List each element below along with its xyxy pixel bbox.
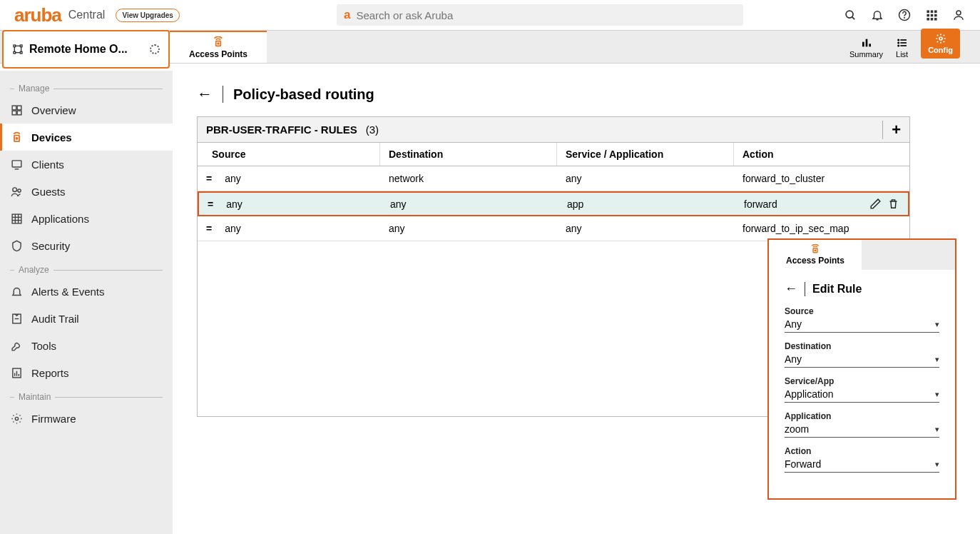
- edit-icon[interactable]: [869, 198, 882, 210]
- mode-summary[interactable]: Summary: [849, 37, 883, 59]
- search-icon-btn[interactable]: [843, 8, 857, 22]
- sidebar-item-guests[interactable]: Guests: [0, 178, 173, 205]
- panel-tab-label: Access Points: [786, 256, 844, 266]
- context-selector[interactable]: Remote Home O...: [2, 30, 170, 69]
- section-maintain: Maintain: [0, 392, 173, 402]
- apps-icon[interactable]: [924, 8, 939, 22]
- help-icon[interactable]: [897, 8, 912, 22]
- svg-point-33: [939, 37, 942, 40]
- svg-rect-10: [927, 18, 929, 21]
- col-destination: Destination: [380, 143, 557, 166]
- search-input[interactable]: [356, 9, 736, 21]
- audit-icon: [10, 312, 23, 325]
- select-action[interactable]: Forward▾: [785, 456, 939, 473]
- panel-back-button[interactable]: ←: [785, 281, 797, 296]
- select-application[interactable]: zoom▾: [785, 421, 939, 438]
- sidebar-item-clients[interactable]: Clients: [0, 151, 173, 178]
- field-action: Action Forward▾: [785, 446, 939, 473]
- tab-access-points[interactable]: Access Points: [170, 31, 267, 63]
- table-title: PBR-USER-TRAFFIC - RULES: [206, 124, 357, 136]
- table-count: (3): [366, 124, 379, 136]
- svg-point-57: [815, 250, 816, 251]
- svg-rect-11: [930, 18, 933, 21]
- sidebar: Manage Overview Devices Clients Guests A…: [0, 71, 173, 534]
- sidebar-item-reports[interactable]: Reports: [0, 359, 173, 386]
- sidebar-item-audit[interactable]: Audit Trail: [0, 305, 173, 332]
- drag-icon[interactable]: =: [206, 223, 212, 234]
- svg-point-31: [898, 42, 899, 43]
- sidebar-item-applications[interactable]: Applications: [0, 205, 173, 232]
- brand-logo: aruba: [14, 4, 61, 26]
- search-icon: a: [344, 8, 350, 22]
- select-destination[interactable]: Any▾: [785, 351, 939, 368]
- select-serviceapp[interactable]: Application▾: [785, 386, 939, 403]
- svg-point-0: [846, 11, 853, 18]
- bell-icon[interactable]: [870, 8, 884, 22]
- mode-summary-label: Summary: [849, 50, 883, 59]
- add-rule-button[interactable]: +: [882, 121, 901, 139]
- svg-rect-16: [14, 51, 16, 54]
- divider: [805, 282, 805, 296]
- security-icon: [10, 239, 23, 252]
- svg-point-23: [218, 43, 219, 44]
- guests-icon: [10, 185, 23, 198]
- field-application: Application zoom▾: [785, 411, 939, 438]
- search-box[interactable]: a: [337, 4, 743, 26]
- sidebar-item-security[interactable]: Security: [0, 232, 173, 259]
- svg-rect-26: [869, 44, 871, 46]
- ap-icon: [810, 244, 820, 254]
- svg-point-42: [12, 187, 16, 191]
- edit-rule-panel: Access Points ← Edit Rule Source Any▾ De…: [767, 238, 956, 500]
- sidebar-item-overview[interactable]: Overview: [0, 96, 173, 124]
- chevron-down-icon: ▾: [935, 460, 939, 469]
- chevron-down-icon: ▾: [935, 355, 939, 364]
- table-row[interactable]: =any network any forward_to_cluster: [198, 166, 909, 191]
- field-serviceapp: Service/App Application▾: [785, 376, 939, 403]
- table-row-selected[interactable]: =any any app forward: [198, 191, 909, 216]
- svg-rect-24: [862, 42, 864, 47]
- drag-icon[interactable]: =: [208, 198, 213, 210]
- chevron-down-icon: ▾: [935, 320, 939, 329]
- devices-icon: [10, 131, 23, 143]
- svg-rect-17: [20, 51, 22, 54]
- svg-line-1: [852, 16, 854, 19]
- sidebar-item-devices[interactable]: Devices: [0, 124, 173, 151]
- delete-icon[interactable]: [887, 198, 899, 210]
- svg-point-13: [956, 11, 961, 15]
- panel-tab-ap[interactable]: Access Points: [769, 240, 862, 270]
- chevron-down-icon: ▾: [935, 425, 939, 434]
- table-row[interactable]: =any any any forward_to_ip_sec_map: [198, 216, 909, 241]
- svg-point-30: [898, 39, 899, 40]
- svg-rect-8: [930, 14, 933, 16]
- chevron-down-icon: ▾: [935, 390, 939, 399]
- section-analyze: Analyze: [0, 265, 173, 275]
- select-source[interactable]: Any▾: [785, 316, 939, 333]
- svg-point-32: [898, 45, 899, 46]
- mode-config[interactable]: Config: [921, 29, 960, 59]
- col-action: Action: [734, 143, 909, 166]
- sidebar-item-firmware[interactable]: Firmware: [0, 405, 173, 432]
- reports-icon: [10, 366, 23, 379]
- context-icon: [12, 44, 24, 55]
- overview-icon: [10, 104, 23, 116]
- user-icon[interactable]: [951, 8, 966, 22]
- summary-icon: [861, 37, 872, 49]
- svg-rect-12: [934, 18, 937, 21]
- svg-rect-14: [14, 45, 16, 47]
- field-destination: Destination Any▾: [785, 341, 939, 368]
- loading-icon: [150, 44, 160, 54]
- drag-icon[interactable]: =: [206, 173, 212, 184]
- ap-icon: [213, 36, 224, 48]
- view-upgrades-button[interactable]: View Upgrades: [116, 9, 180, 22]
- clients-icon: [10, 158, 23, 171]
- svg-rect-7: [927, 14, 929, 16]
- svg-rect-15: [20, 45, 22, 47]
- svg-rect-36: [12, 111, 16, 115]
- sidebar-item-alerts[interactable]: Alerts & Events: [0, 278, 173, 305]
- mode-list-label: List: [896, 50, 908, 59]
- back-button[interactable]: ←: [197, 85, 213, 104]
- svg-rect-4: [927, 10, 929, 13]
- alerts-icon: [10, 285, 23, 298]
- sidebar-item-tools[interactable]: Tools: [0, 332, 173, 359]
- mode-list[interactable]: List: [896, 37, 908, 59]
